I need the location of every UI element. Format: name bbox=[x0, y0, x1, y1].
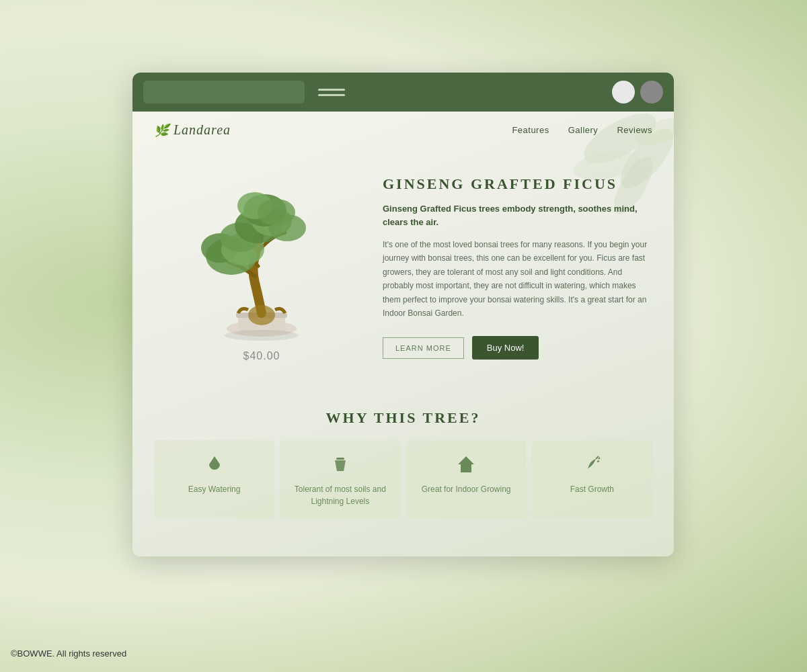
svg-point-8 bbox=[248, 305, 275, 325]
svg-line-23 bbox=[599, 458, 600, 459]
house-icon bbox=[455, 454, 477, 475]
plant-image-wrapper bbox=[181, 155, 342, 343]
logo[interactable]: 🌿 Landarea bbox=[154, 122, 231, 138]
product-tagline: Ginseng Grafted Ficus trees embody stren… bbox=[383, 202, 652, 228]
learn-more-button[interactable]: LEARN MORE bbox=[383, 337, 464, 359]
browser-toolbar bbox=[132, 73, 674, 112]
nav-reviews[interactable]: Reviews bbox=[617, 125, 652, 135]
feature-tolerant-soils: Tolerant of most soils and Lightning Lev… bbox=[280, 440, 400, 518]
copyright-text: ©BOWWE. All rights reserved bbox=[11, 648, 126, 659]
product-price: $40.00 bbox=[243, 350, 280, 362]
buy-now-button[interactable]: Buy Now! bbox=[472, 336, 539, 360]
leaf-wind-icon bbox=[581, 454, 603, 475]
plant-image-container: $40.00 bbox=[154, 155, 369, 376]
address-bar[interactable] bbox=[143, 81, 305, 103]
feature-label-growth: Fast Growth bbox=[570, 483, 614, 495]
nav-links: Features Gallery Reviews bbox=[512, 125, 652, 135]
nav-features[interactable]: Features bbox=[512, 125, 549, 135]
pot-icon bbox=[330, 454, 351, 475]
feature-label-soils: Tolerant of most soils and Lightning Lev… bbox=[288, 483, 392, 507]
why-section: Why This Tree? Easy Watering Tolerant of… bbox=[132, 389, 674, 529]
svg-point-19 bbox=[225, 330, 299, 341]
browser-dot-dark bbox=[640, 81, 663, 103]
svg-point-18 bbox=[258, 199, 295, 226]
feature-easy-watering: Easy Watering bbox=[154, 440, 274, 518]
browser-dot-light bbox=[612, 81, 635, 103]
svg-marker-21 bbox=[458, 456, 474, 472]
feature-label-watering: Easy Watering bbox=[188, 483, 241, 495]
bonsai-illustration bbox=[188, 162, 336, 343]
features-grid: Easy Watering Tolerant of most soils and… bbox=[154, 440, 652, 529]
logo-icon: 🌿 bbox=[154, 123, 169, 138]
navbar: 🌿 Landarea Features Gallery Reviews bbox=[132, 112, 674, 149]
product-title: Ginseng Grafted Ficus bbox=[383, 175, 652, 193]
website-frame: 🌿 Landarea Features Gallery Reviews bbox=[132, 112, 674, 556]
svg-rect-20 bbox=[336, 458, 344, 460]
feature-label-indoor: Great for Indoor Growing bbox=[422, 483, 511, 495]
cta-buttons: LEARN MORE Buy Now! bbox=[383, 336, 652, 360]
browser-controls bbox=[612, 81, 663, 103]
svg-line-24 bbox=[597, 461, 599, 462]
water-drop-icon bbox=[204, 454, 225, 475]
feature-fast-growth: Fast Growth bbox=[532, 440, 652, 518]
product-info: Ginseng Grafted Ficus Ginseng Grafted Fi… bbox=[383, 155, 652, 360]
product-description: It's one of the most loved bonsai trees … bbox=[383, 238, 652, 320]
logo-text: Landarea bbox=[174, 122, 231, 138]
hamburger-menu[interactable] bbox=[318, 89, 345, 96]
hero-section: $40.00 Ginseng Grafted Ficus Ginseng Gra… bbox=[132, 149, 674, 389]
why-title: Why This Tree? bbox=[154, 409, 652, 427]
feature-indoor-growing: Great for Indoor Growing bbox=[406, 440, 527, 518]
nav-gallery[interactable]: Gallery bbox=[568, 125, 599, 135]
